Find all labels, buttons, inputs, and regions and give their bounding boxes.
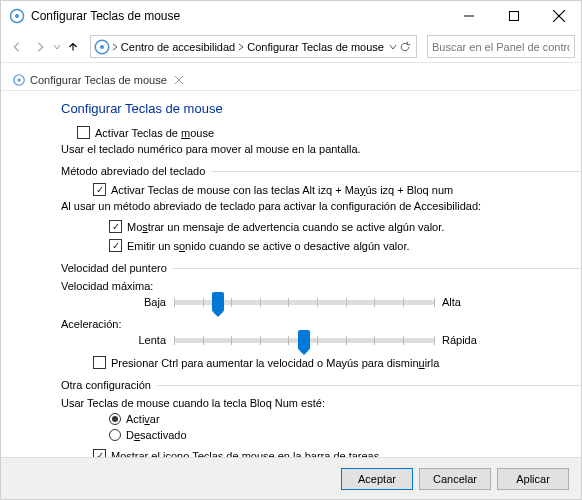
- tab-icon: [12, 73, 26, 87]
- speed-group: Velocidad del puntero Velocidad máxima: …: [61, 262, 581, 369]
- window-controls: [446, 1, 581, 31]
- speed-group-label: Velocidad del puntero: [61, 262, 581, 274]
- other-group-label: Otra configuración: [61, 379, 581, 391]
- numlock-off-label: Desactivado: [126, 429, 187, 441]
- breadcrumb-refresh[interactable]: [386, 41, 414, 53]
- ctrl-speed-checkbox[interactable]: [93, 356, 106, 369]
- minimize-button[interactable]: [446, 1, 491, 31]
- sound-checkbox[interactable]: [109, 239, 122, 252]
- max-speed-high-label: Alta: [442, 296, 502, 308]
- sound-label: Emitir un sonido cuando se active o desa…: [127, 240, 410, 252]
- max-speed-thumb[interactable]: [212, 292, 224, 312]
- numlock-off-radio[interactable]: [109, 429, 121, 441]
- svg-point-7: [100, 44, 104, 48]
- accel-slider[interactable]: [174, 338, 434, 343]
- search-input[interactable]: [427, 35, 575, 58]
- breadcrumb-icon: [93, 38, 111, 56]
- activate-mousekeys-row: Activar Teclas de mouse: [77, 126, 581, 139]
- tab-close-icon[interactable]: [173, 74, 185, 86]
- window: Configurar Teclas de mouse Centro de acc…: [0, 0, 582, 500]
- max-speed-label: Velocidad máxima:: [61, 280, 581, 292]
- chevron-icon: [111, 41, 119, 53]
- button-bar: Aceptar Cancelar Aplicar: [1, 457, 581, 499]
- breadcrumb[interactable]: Centro de accesibilidad Configurar Tecla…: [90, 35, 417, 58]
- accel-slow-label: Lenta: [121, 334, 166, 346]
- shortcut-group-label: Método abreviado del teclado: [61, 165, 581, 177]
- svg-rect-3: [509, 12, 518, 21]
- app-icon: [9, 8, 25, 24]
- svg-point-1: [15, 14, 19, 18]
- ok-button[interactable]: Aceptar: [341, 468, 413, 490]
- taskbar-icon-checkbox[interactable]: [93, 449, 106, 457]
- shortcut-enable-label: Activar Teclas de mouse con las teclas A…: [111, 184, 453, 196]
- svg-point-9: [17, 78, 20, 81]
- chevron-icon: [237, 41, 245, 53]
- max-speed-low-label: Baja: [121, 296, 166, 308]
- accel-fast-label: Rápida: [442, 334, 502, 346]
- numlock-on-radio[interactable]: [109, 413, 121, 425]
- nav-back-button[interactable]: [7, 35, 28, 59]
- other-group: Otra configuración Usar Teclas de mouse …: [61, 379, 581, 457]
- taskbar-icon-label: Mostrar el icono Teclas de mouse en la b…: [111, 450, 379, 458]
- tab-label: Configurar Teclas de mouse: [30, 74, 167, 86]
- tab-mouse-keys[interactable]: Configurar Teclas de mouse: [5, 68, 192, 90]
- ctrl-speed-label: Presionar Ctrl para aumentar la velocida…: [111, 357, 439, 369]
- shortcut-description: Al usar un método abreviado de teclado p…: [61, 200, 581, 212]
- page-title: Configurar Teclas de mouse: [61, 101, 581, 116]
- warn-checkbox[interactable]: [109, 220, 122, 233]
- maximize-button[interactable]: [491, 1, 536, 31]
- content: Configurar Teclas de mouse Activar Tecla…: [1, 91, 581, 457]
- nav-history-dropdown[interactable]: [53, 43, 61, 51]
- shortcut-enable-checkbox[interactable]: [93, 183, 106, 196]
- close-button[interactable]: [536, 1, 581, 31]
- nav-up-button[interactable]: [63, 35, 84, 59]
- navbar: Centro de accesibilidad Configurar Tecla…: [1, 31, 581, 63]
- apply-button[interactable]: Aplicar: [497, 468, 569, 490]
- activate-mousekeys-checkbox[interactable]: [77, 126, 90, 139]
- nav-forward-button[interactable]: [30, 35, 51, 59]
- activate-description: Usar el teclado numérico para mover al m…: [61, 143, 581, 155]
- numlock-on-label: Activar: [126, 413, 160, 425]
- accel-label: Aceleración:: [61, 318, 581, 330]
- accel-thumb[interactable]: [298, 330, 310, 350]
- shortcut-group: Método abreviado del teclado Activar Tec…: [61, 165, 581, 252]
- cancel-button[interactable]: Cancelar: [419, 468, 491, 490]
- tab-row: Configurar Teclas de mouse: [1, 63, 581, 91]
- warn-label: Mostrar un mensaje de advertencia cuando…: [127, 221, 444, 233]
- max-speed-slider[interactable]: [174, 300, 434, 305]
- breadcrumb-part-2[interactable]: Configurar Teclas de mouse: [245, 39, 386, 55]
- numlock-label: Usar Teclas de mouse cuando la tecla Blo…: [61, 397, 581, 409]
- breadcrumb-part-1[interactable]: Centro de accesibilidad: [119, 39, 237, 55]
- activate-mousekeys-label: Activar Teclas de mouse: [95, 127, 214, 139]
- window-title: Configurar Teclas de mouse: [31, 9, 446, 23]
- titlebar: Configurar Teclas de mouse: [1, 1, 581, 31]
